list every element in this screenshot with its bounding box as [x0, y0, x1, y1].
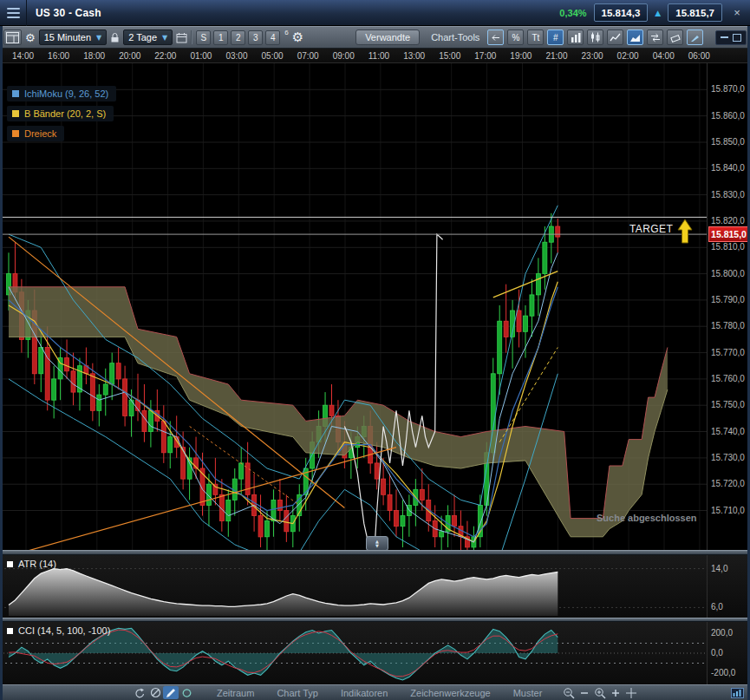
main-chart[interactable]: IchiMoku (9, 26, 52)B Bänder (20, 2, S)D…: [0, 63, 707, 550]
settings-gear-icon[interactable]: ⚙: [25, 32, 36, 43]
period-button-1[interactable]: 1: [213, 30, 228, 45]
indicator-legend: IchiMoku (9, 26, 52)B Bänder (20, 2, S)D…: [7, 86, 116, 146]
bottom-button-muster[interactable]: Muster: [513, 688, 543, 698]
indicator-swatch: [7, 628, 13, 634]
cci-axis-label: 200,0: [711, 628, 733, 638]
price-tick-label: 15.720,0: [711, 479, 745, 488]
bottom-button-indikatoren[interactable]: Indikatoren: [341, 688, 388, 698]
buy-price-button[interactable]: 15.815,7: [668, 3, 722, 22]
timeframe-select[interactable]: 15 Minuten ▼: [39, 29, 108, 45]
pencil-icon: [166, 688, 176, 698]
cycle-button[interactable]: [179, 686, 194, 699]
chevron-down-icon: ▼: [96, 34, 101, 42]
target-annotation[interactable]: TARGET: [629, 223, 673, 235]
crosshair-button[interactable]: [623, 686, 639, 699]
candlestick-icon: [590, 32, 601, 43]
atr-axis: 14,06,0: [707, 555, 750, 618]
titlebar: US 30 - Cash 0,34% 15.814,3 ▲ 15.815,7 ×: [0, 0, 750, 26]
undo-button[interactable]: [132, 686, 147, 699]
panel-splitter-handle[interactable]: ▲▼: [366, 536, 388, 550]
back-arrow-icon: [491, 34, 500, 42]
mini-chart-icon: [731, 688, 744, 698]
chart-panel-button[interactable]: [729, 686, 745, 699]
bottom-button-zeichenwerkzeuge[interactable]: Zeichenwerkzeuge: [410, 688, 490, 698]
area-chart-button[interactable]: [627, 29, 643, 45]
period-button-4[interactable]: 4: [265, 30, 280, 45]
related-button[interactable]: Verwandte: [355, 29, 420, 45]
percent-tool-button[interactable]: %: [507, 29, 524, 45]
bottom-button-zeitraum[interactable]: Zeitraum: [217, 688, 254, 698]
zoom-in-button[interactable]: [592, 686, 608, 699]
price-tick-label: 15.870,0: [711, 84, 745, 94]
time-label: 04:00: [653, 51, 675, 61]
time-axis[interactable]: 14:0016:0018:0020:0022:0001:0003:0005:00…: [0, 49, 750, 63]
period-button-2[interactable]: 2: [231, 30, 245, 45]
annotation-back-button[interactable]: [487, 29, 504, 45]
zoom-out-button[interactable]: [561, 686, 577, 699]
timeframe-value: 15 Minuten: [44, 32, 91, 43]
candle-count-superscript: 6: [284, 29, 288, 36]
minimize-icon[interactable]: [721, 36, 728, 38]
pencil-tool-button[interactable]: [163, 686, 179, 699]
window-controls: [715, 30, 747, 45]
compare-button[interactable]: [647, 29, 663, 45]
time-label: 02:00: [617, 51, 639, 61]
chart-settings-gear-icon[interactable]: ⚙: [292, 31, 303, 44]
atr-plot[interactable]: [0, 555, 707, 618]
sell-price-button[interactable]: 15.814,3: [594, 3, 649, 22]
legend-item-bbaender[interactable]: B Bänder (20, 2, S): [7, 106, 114, 121]
cci-axis-label: 0,0: [711, 648, 723, 657]
legend-label: B Bänder (20, 2, S): [24, 108, 106, 119]
time-label: 09:00: [333, 51, 355, 61]
bottom-button-chart-typ[interactable]: Chart Typ: [277, 688, 318, 698]
decrease-button[interactable]: [577, 686, 592, 699]
time-label: 23:00: [582, 51, 603, 61]
disable-drawing-button[interactable]: [147, 686, 163, 699]
layout-button[interactable]: [3, 29, 22, 45]
cci-label[interactable]: CCI (14, 5, 100, -100): [7, 625, 110, 636]
eraser-icon: [670, 33, 681, 43]
grid-tool-button[interactable]: #: [547, 29, 564, 45]
time-label: 05:00: [262, 51, 284, 61]
lock-button[interactable]: [110, 32, 120, 43]
restore-icon[interactable]: [733, 34, 741, 42]
legend-item-dreieck[interactable]: Dreieck: [7, 126, 64, 141]
chart-region: IchiMoku (9, 26, 52)B Bänder (20, 2, S)D…: [0, 63, 750, 550]
legend-swatch: [12, 110, 19, 117]
brush-button[interactable]: [687, 29, 703, 45]
atr-label[interactable]: ATR (14): [7, 559, 56, 569]
search-status-text: Suche abgeschlossen: [597, 513, 697, 523]
legend-item-ichimoku[interactable]: IchiMoku (9, 26, 52): [7, 86, 116, 101]
price-tick-label: 15.840,0: [711, 163, 745, 173]
text-tool-button[interactable]: Tt: [527, 29, 544, 45]
close-button[interactable]: ×: [729, 6, 745, 19]
buy-price-value: 15.815,7: [675, 8, 714, 18]
target-price-tag: 15.815,0: [708, 226, 749, 242]
time-label: 17:00: [474, 51, 496, 61]
increase-button[interactable]: [608, 686, 623, 699]
sell-price-value: 15.814,3: [602, 8, 641, 18]
menu-button[interactable]: [0, 0, 27, 26]
toolbar-divider: [191, 30, 192, 44]
chart-toolbar: ⚙ 15 Minuten ▼ 2 Tage ▼ S1234 6 ⚙ Verwan…: [0, 26, 750, 49]
price-tick-label: 15.860,0: [711, 111, 745, 121]
period-button-3[interactable]: 3: [248, 30, 263, 45]
calendar-button[interactable]: [176, 32, 187, 43]
period-button-s[interactable]: S: [196, 30, 211, 45]
eraser-button[interactable]: [667, 29, 683, 45]
legend-swatch: [12, 130, 19, 137]
atr-panel: ATR (14) 14,06,0: [0, 555, 750, 618]
line-chart-button[interactable]: [607, 29, 623, 45]
target-arrow-icon: [677, 219, 693, 249]
bar-chart-button[interactable]: [567, 29, 584, 45]
area-chart-icon: [629, 33, 641, 43]
candlestick-button[interactable]: [587, 29, 603, 45]
price-tick-label: 15.750,0: [711, 400, 745, 409]
change-percent: 0,34%: [559, 8, 586, 18]
bar-chart-icon: [571, 32, 581, 43]
price-tick-label: 15.770,0: [711, 348, 745, 357]
range-select[interactable]: 2 Tage ▼: [123, 29, 173, 45]
price-axis[interactable]: 15.815,0 15.870,015.860,015.850,015.840,…: [707, 63, 750, 550]
atr-axis-label: 6,0: [711, 602, 723, 612]
price-tick-label: 15.790,0: [711, 295, 745, 304]
